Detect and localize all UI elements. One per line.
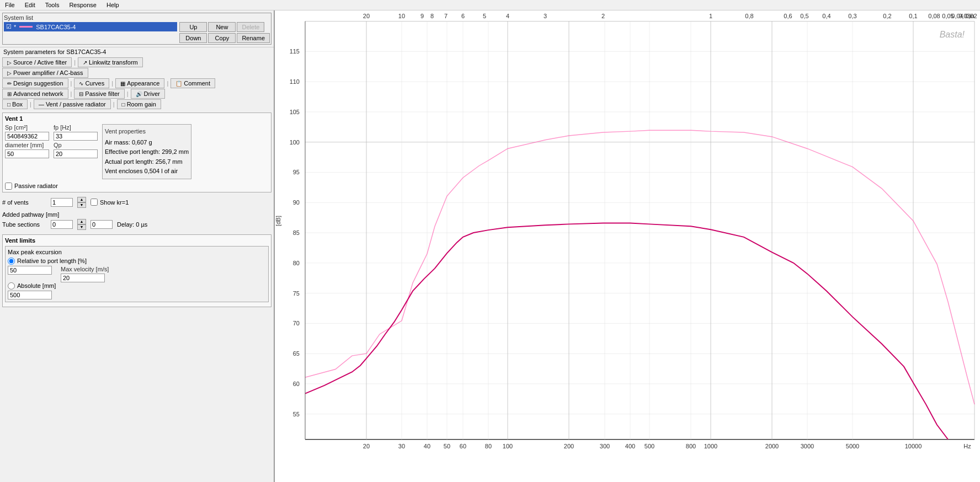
menu-file[interactable]: File bbox=[3, 1, 17, 9]
down-button[interactable]: Down bbox=[179, 33, 207, 43]
x-top-2: 2 bbox=[601, 13, 605, 19]
x-label-hz: Hz bbox=[963, 443, 971, 449]
power-icon: ▷ bbox=[7, 70, 12, 76]
relative-radio-row: Relative to port length [%] bbox=[8, 258, 266, 265]
tabs-container: ▷ Source / Active filter | ↗ Linkwitz tr… bbox=[0, 56, 274, 110]
relative-radio[interactable] bbox=[8, 258, 15, 265]
rename-button[interactable]: Rename bbox=[237, 33, 270, 43]
max-velocity-input[interactable] bbox=[61, 274, 105, 282]
x-label-100: 100 bbox=[503, 443, 513, 449]
tab-source-label: Source / Active filter bbox=[13, 59, 67, 66]
comment-icon: 📋 bbox=[175, 81, 182, 87]
tube-sections-input[interactable] bbox=[51, 220, 73, 229]
x-top-01: 0,1 bbox=[909, 13, 917, 19]
new-button[interactable]: New bbox=[208, 22, 236, 32]
pathway-input[interactable] bbox=[90, 220, 113, 229]
tab-row-3: ✏ Design suggestion | ∿ Curves | ▦ Appea… bbox=[2, 78, 271, 88]
num-vents-down[interactable]: ▼ bbox=[77, 202, 86, 208]
num-vents-input[interactable] bbox=[51, 198, 73, 207]
tube-sections-label: Tube sections bbox=[2, 221, 46, 228]
basta-label: Basta! bbox=[940, 30, 965, 39]
menu-tools[interactable]: Tools bbox=[44, 1, 61, 9]
system-list-item[interactable]: ☑ * SB17CAC35-4 bbox=[4, 22, 177, 31]
tab-advanced-network[interactable]: ⊞ Advanced network bbox=[2, 89, 68, 99]
system-list-items: ☑ * SB17CAC35-4 bbox=[4, 22, 177, 31]
tab-appearance-label: Appearance bbox=[127, 80, 159, 87]
system-line-color bbox=[19, 26, 33, 28]
show-kr-checkbox[interactable] bbox=[90, 199, 98, 206]
menu-bar: File Edit Tools Response Help bbox=[0, 0, 980, 10]
tube-sections-down[interactable]: ▼ bbox=[77, 224, 86, 230]
sys-params-label: System parameters for SB17CAC35-4 bbox=[0, 47, 274, 56]
system-check: ☑ bbox=[6, 23, 12, 30]
delete-button[interactable]: Delete bbox=[237, 22, 264, 32]
tab-source-active-filter[interactable]: ▷ Source / Active filter bbox=[2, 57, 72, 67]
x-top-1: 1 bbox=[709, 13, 712, 19]
menu-response[interactable]: Response bbox=[67, 1, 98, 9]
linkwitz-icon: ↗ bbox=[83, 60, 87, 66]
system-list-section: System list ☑ * SB17CAC35-4 Up New Delet… bbox=[2, 13, 271, 45]
x-top-10: 10 bbox=[398, 13, 405, 19]
x-label-5000: 5000 bbox=[846, 443, 859, 449]
pathway-row: Tube sections ▲ ▼ Delay: 0 µs bbox=[2, 219, 271, 230]
tab-comment[interactable]: 📋 Comment bbox=[171, 78, 215, 88]
driver-icon: 🔊 bbox=[136, 91, 142, 97]
y-label-90: 90 bbox=[293, 199, 300, 206]
tab-vent-label: Vent / passive radiator bbox=[46, 101, 106, 108]
absolute-radio[interactable] bbox=[8, 282, 15, 290]
tab-sep-3a: | bbox=[70, 80, 73, 87]
y-label-65: 65 bbox=[293, 350, 300, 357]
vent-props-title: Vent properties bbox=[105, 127, 189, 137]
tab-row-1: ▷ Source / Active filter | ↗ Linkwitz tr… bbox=[2, 57, 271, 67]
sp-label: Sp [cm²] bbox=[5, 124, 49, 131]
num-vents-up[interactable]: ▲ bbox=[77, 197, 86, 202]
relative-value-input[interactable] bbox=[8, 266, 52, 275]
tube-sections-spinner: ▲ ▼ bbox=[77, 219, 86, 230]
x-label-1000: 1000 bbox=[704, 443, 717, 449]
tab-power-label: Power amplifier / AC-bass bbox=[13, 69, 83, 76]
x-label-200: 200 bbox=[564, 443, 574, 449]
vent-controls: # of vents ▲ ▼ Show kr=1 Added pathway [… bbox=[0, 195, 274, 232]
max-velocity-label: Max velocity [m/s] bbox=[61, 266, 109, 272]
tab-sep-4b: | bbox=[126, 90, 130, 97]
menu-help[interactable]: Help bbox=[105, 1, 121, 9]
tab-driver[interactable]: 🔊 Driver bbox=[131, 89, 165, 99]
delay-label: Delay: 0 µs bbox=[117, 221, 147, 228]
qp-label: Qp bbox=[54, 142, 98, 148]
box-icon: □ bbox=[7, 101, 10, 108]
y-label-115: 115 bbox=[290, 48, 300, 55]
tab-power-amp[interactable]: ▷ Power amplifier / AC-bass bbox=[2, 68, 88, 78]
y-label-110: 110 bbox=[290, 78, 300, 85]
diameter-input[interactable] bbox=[5, 149, 49, 158]
tube-sections-up[interactable]: ▲ bbox=[77, 219, 86, 224]
copy-button[interactable]: Copy bbox=[208, 33, 236, 43]
up-button[interactable]: Up bbox=[179, 22, 207, 32]
system-list-label: System list bbox=[4, 14, 270, 21]
tab-design-suggestion[interactable]: ✏ Design suggestion bbox=[2, 78, 68, 88]
tab-curves[interactable]: ∿ Curves bbox=[74, 78, 109, 88]
absolute-value-input[interactable] bbox=[8, 291, 52, 299]
tab-passive-filter[interactable]: ⊟ Passive filter bbox=[74, 89, 124, 99]
vent-encloses: Vent encloses 0,504 l of air bbox=[105, 167, 189, 176]
fp-input[interactable] bbox=[54, 132, 98, 141]
sp-group: Sp [cm²] diameter [mm] bbox=[5, 124, 49, 158]
tab-linkwitz[interactable]: ↗ Linkwitz transform bbox=[78, 57, 143, 67]
qp-input[interactable] bbox=[54, 149, 98, 158]
x-top-8: 8 bbox=[430, 13, 434, 19]
tab-room-gain[interactable]: □ Room gain bbox=[117, 99, 161, 109]
x-top-5: 5 bbox=[483, 13, 486, 19]
tab-appearance[interactable]: ▦ Appearance bbox=[115, 78, 164, 88]
sp-input[interactable] bbox=[5, 132, 49, 141]
x-top-in: in bbox=[970, 13, 974, 19]
passive-radiator-checkbox[interactable] bbox=[5, 183, 12, 190]
x-label-30: 30 bbox=[398, 443, 405, 449]
actual-port: Actual port length: 256,7 mm bbox=[105, 157, 189, 167]
tab-box[interactable]: □ Box bbox=[2, 99, 28, 109]
x-label-800: 800 bbox=[686, 443, 696, 449]
x-top-3: 3 bbox=[544, 13, 547, 19]
tab-vent[interactable]: — Vent / passive radiator bbox=[34, 99, 111, 109]
x-top-05: 0,5 bbox=[800, 13, 808, 19]
absolute-label: Absolute [mm] bbox=[17, 282, 56, 289]
pathway-label: Added pathway [mm] bbox=[2, 211, 271, 218]
menu-edit[interactable]: Edit bbox=[23, 1, 37, 9]
